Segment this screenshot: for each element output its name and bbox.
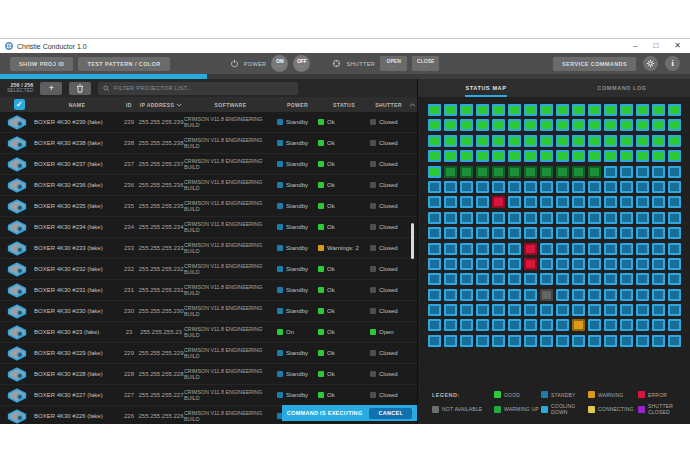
status-cell-good[interactable] <box>572 150 585 162</box>
status-cell-good[interactable] <box>428 150 441 162</box>
info-button[interactable]: i <box>665 56 680 71</box>
status-cell-standby[interactable] <box>588 289 601 301</box>
status-cell-standby[interactable] <box>524 227 537 239</box>
table-row[interactable]: BOXER 4K30 #23 (fake)23255.255.255.23CRI… <box>0 322 417 343</box>
status-cell-standby[interactable] <box>460 212 473 224</box>
status-cell-standby[interactable] <box>572 335 585 347</box>
status-cell-standby[interactable] <box>604 273 617 285</box>
status-cell-standby[interactable] <box>540 319 553 331</box>
status-cell-good[interactable] <box>556 135 569 147</box>
status-cell-standby[interactable] <box>572 227 585 239</box>
status-cell-standby[interactable] <box>572 258 585 270</box>
status-cell-standby[interactable] <box>444 258 457 270</box>
status-cell-standby[interactable] <box>620 227 633 239</box>
status-cell-good[interactable] <box>492 135 505 147</box>
status-cell-good[interactable] <box>428 104 441 116</box>
status-cell-standby[interactable] <box>604 289 617 301</box>
status-cell-standby[interactable] <box>636 335 649 347</box>
show-proj-id-button[interactable]: SHOW PROJ ID <box>10 57 73 71</box>
status-cell-standby[interactable] <box>620 273 633 285</box>
status-cell-standby[interactable] <box>492 289 505 301</box>
status-cell-standby[interactable] <box>556 258 569 270</box>
status-cell-good[interactable] <box>428 135 441 147</box>
status-cell-standby[interactable] <box>652 304 665 316</box>
table-row[interactable]: BOXER 4K30 #232 (fake)232255.255.255.232… <box>0 259 417 280</box>
delete-projector-button[interactable] <box>69 82 91 95</box>
status-cell-good[interactable] <box>444 135 457 147</box>
status-cell-good[interactable] <box>492 104 505 116</box>
status-cell-standby[interactable] <box>460 289 473 301</box>
column-ip-address[interactable]: IP ADDRESS <box>138 102 184 108</box>
status-cell-standby[interactable] <box>492 258 505 270</box>
status-cell-standby[interactable] <box>428 243 441 255</box>
status-cell-standby[interactable] <box>444 289 457 301</box>
status-cell-standby[interactable] <box>556 227 569 239</box>
status-cell-standby[interactable] <box>652 319 665 331</box>
status-cell-standby[interactable] <box>524 196 537 208</box>
status-cell-warming-up[interactable] <box>524 166 537 178</box>
status-cell-standby[interactable] <box>652 243 665 255</box>
status-cell-standby[interactable] <box>572 181 585 193</box>
status-cell-standby[interactable] <box>508 196 521 208</box>
status-cell-standby[interactable] <box>540 273 553 285</box>
status-cell-standby[interactable] <box>492 227 505 239</box>
status-cell-standby[interactable] <box>668 273 681 285</box>
power-off-button[interactable]: OFF··· <box>293 55 310 72</box>
status-cell-standby[interactable] <box>492 335 505 347</box>
status-cell-standby[interactable] <box>492 319 505 331</box>
status-cell-standby[interactable] <box>572 304 585 316</box>
status-cell-good[interactable] <box>636 104 649 116</box>
status-cell-standby[interactable] <box>492 243 505 255</box>
status-cell-standby[interactable] <box>460 243 473 255</box>
service-commands-button[interactable]: SERVICE COMMANDS <box>553 57 636 71</box>
status-cell-standby[interactable] <box>620 166 633 178</box>
status-cell-standby[interactable] <box>572 243 585 255</box>
status-cell-good[interactable] <box>588 119 601 131</box>
status-cell-good[interactable] <box>476 104 489 116</box>
column-power[interactable]: POWER <box>277 102 318 108</box>
status-cell-standby[interactable] <box>460 304 473 316</box>
tab-status-map[interactable]: STATUS MAP <box>418 79 554 97</box>
status-cell-standby[interactable] <box>604 166 617 178</box>
status-cell-standby[interactable] <box>652 273 665 285</box>
status-cell-standby[interactable] <box>444 243 457 255</box>
table-row[interactable]: BOXER 4K30 #235 (fake)235255.255.255.235… <box>0 196 417 217</box>
column-status[interactable]: STATUS <box>318 102 370 108</box>
status-cell-good[interactable] <box>508 135 521 147</box>
status-cell-good[interactable] <box>668 135 681 147</box>
status-cell-warming-up[interactable] <box>460 166 473 178</box>
status-cell-standby[interactable] <box>604 243 617 255</box>
table-row[interactable]: BOXER 4K30 #236 (fake)236255.255.255.236… <box>0 175 417 196</box>
scrollbar-thumb[interactable] <box>411 223 414 259</box>
status-cell-standby[interactable] <box>620 319 633 331</box>
status-cell-standby[interactable] <box>508 273 521 285</box>
select-all-checkbox[interactable] <box>14 99 25 110</box>
shutter-open-button[interactable]: OPEN··· <box>380 56 407 71</box>
status-cell-standby[interactable] <box>540 196 553 208</box>
status-cell-good[interactable] <box>604 135 617 147</box>
status-cell-standby[interactable] <box>604 196 617 208</box>
status-cell-standby[interactable] <box>668 258 681 270</box>
status-cell-standby[interactable] <box>636 181 649 193</box>
status-cell-standby[interactable] <box>604 258 617 270</box>
status-cell-good[interactable] <box>540 119 553 131</box>
column-id[interactable]: ID <box>120 102 138 108</box>
status-cell-standby[interactable] <box>476 335 489 347</box>
filter-projector-input[interactable] <box>114 85 293 91</box>
status-cell-good[interactable] <box>492 119 505 131</box>
status-cell-standby[interactable] <box>620 335 633 347</box>
status-cell-standby[interactable] <box>636 258 649 270</box>
status-cell-standby[interactable] <box>540 243 553 255</box>
status-cell-standby[interactable] <box>604 319 617 331</box>
status-cell-standby[interactable] <box>668 289 681 301</box>
status-cell-good[interactable] <box>540 150 553 162</box>
status-cell-good[interactable] <box>556 104 569 116</box>
status-cell-standby[interactable] <box>508 227 521 239</box>
status-cell-standby[interactable] <box>620 289 633 301</box>
status-cell-standby[interactable] <box>668 196 681 208</box>
table-row[interactable]: BOXER 4K30 #238 (fake)238255.255.255.238… <box>0 133 417 154</box>
status-cell-standby[interactable] <box>524 212 537 224</box>
status-cell-standby[interactable] <box>588 304 601 316</box>
status-cell-standby[interactable] <box>492 181 505 193</box>
status-cell-standby[interactable] <box>508 319 521 331</box>
